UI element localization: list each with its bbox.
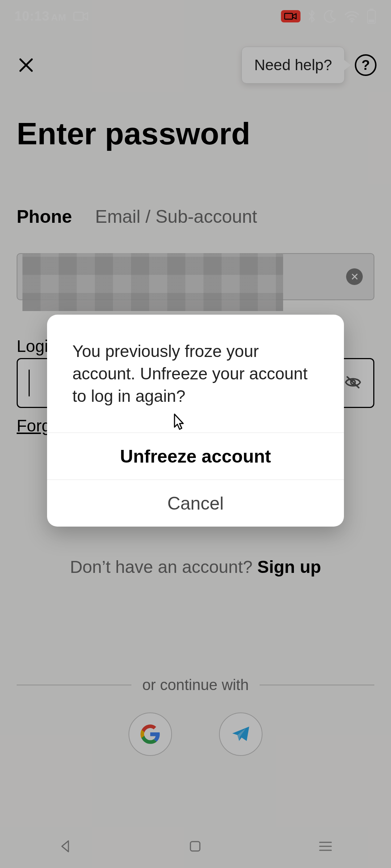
unfreeze-account-button[interactable]: Unfreeze account [47,433,344,480]
unfreeze-account-modal: You previously froze your account. Unfre… [47,315,344,527]
screen: 10:13AM Need help? ? Enter password Phon… [0,0,391,868]
cancel-button[interactable]: Cancel [47,480,344,527]
modal-message: You previously froze your account. Unfre… [47,315,344,433]
